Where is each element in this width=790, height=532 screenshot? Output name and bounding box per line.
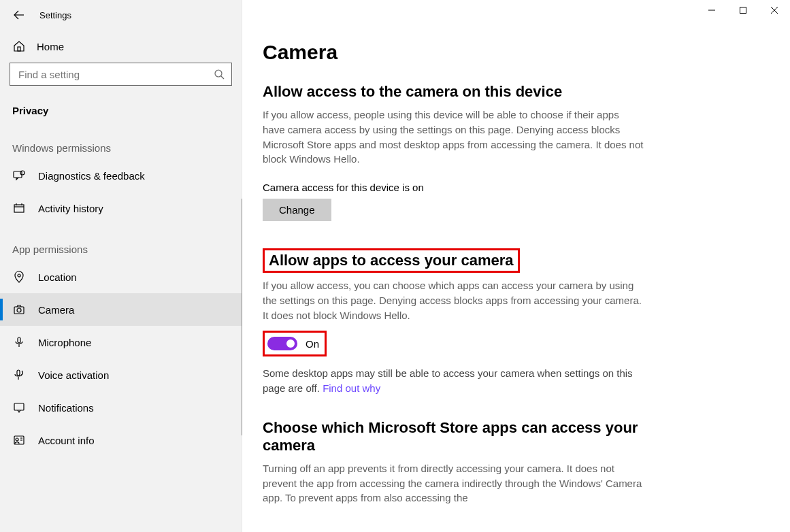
search-input[interactable]: [10, 69, 231, 80]
search-icon: [214, 69, 225, 80]
section1-heading: Allow access to the camera on this devic…: [263, 83, 644, 101]
section2-note: Some desktop apps may still be able to a…: [263, 366, 644, 396]
svg-rect-17: [18, 337, 20, 343]
svg-rect-1: [740, 7, 746, 14]
toggle-knob: [286, 339, 295, 348]
feedback-icon: [12, 169, 26, 182]
svg-point-14: [18, 274, 20, 277]
camera-icon: [12, 303, 26, 316]
category-title: Privacy: [0, 93, 242, 123]
page-title: Camera: [263, 41, 644, 64]
sidebar-item-voice[interactable]: Voice activation: [0, 359, 242, 391]
camera-access-status: Camera access for this device is on: [263, 182, 644, 193]
svg-rect-21: [14, 403, 24, 410]
section-label-app-permissions: App permissions: [0, 225, 242, 261]
sidebar-item-home[interactable]: Home: [0, 30, 242, 63]
scrollbar-track[interactable]: [242, 199, 242, 435]
search-box[interactable]: [10, 63, 232, 86]
home-label: Home: [37, 41, 64, 52]
sidebar-item-account[interactable]: Account info: [0, 424, 242, 456]
minimize-button[interactable]: [696, 0, 727, 20]
svg-line-7: [221, 76, 224, 79]
location-icon: [12, 270, 26, 284]
voice-icon: [12, 368, 26, 382]
svg-rect-5: [18, 47, 20, 51]
sidebar-item-notifications[interactable]: Notifications: [0, 391, 242, 424]
close-button[interactable]: [759, 0, 790, 20]
window-title: Settings: [39, 10, 71, 20]
sidebar-item-activity[interactable]: Activity history: [0, 192, 242, 225]
toggle-state-label: On: [306, 338, 319, 350]
maximize-button[interactable]: [727, 0, 759, 20]
section2-heading: Allow apps to access your camera: [269, 252, 514, 269]
section3-heading: Choose which Microsoft Store apps can ac…: [263, 419, 644, 454]
svg-point-6: [215, 70, 222, 77]
microphone-icon: [12, 335, 26, 349]
change-button[interactable]: Change: [263, 199, 331, 221]
sidebar-item-microphone[interactable]: Microphone: [0, 326, 242, 359]
allow-apps-toggle[interactable]: [267, 337, 297, 350]
sidebar-item-camera[interactable]: Camera: [0, 293, 242, 326]
section2-description: If you allow access, you can choose whic…: [263, 278, 644, 322]
sidebar-item-location[interactable]: Location: [0, 261, 242, 293]
highlight-section2-heading: Allow apps to access your camera: [263, 248, 520, 273]
find-out-why-link[interactable]: Find out why: [323, 382, 380, 394]
window-controls: [696, 0, 790, 20]
section3-description: Turning off an app prevents it from dire…: [263, 461, 644, 505]
history-icon: [12, 201, 26, 215]
section-label-windows-permissions: Windows permissions: [0, 123, 242, 159]
nav-label: Account info: [38, 435, 95, 446]
nav-label: Microphone: [38, 337, 91, 348]
nav-label: Voice activation: [38, 369, 109, 381]
sidebar-item-diagnostics[interactable]: Diagnostics & feedback: [0, 159, 242, 192]
back-button[interactable]: [12, 8, 26, 22]
svg-rect-19: [17, 370, 20, 376]
sidebar: Settings Home Privacy Windows permission…: [0, 0, 242, 532]
main-content: Camera Allow access to the camera on thi…: [263, 41, 644, 505]
home-icon: [12, 39, 26, 53]
svg-point-23: [16, 438, 18, 441]
note-text: Some desktop apps may still be able to a…: [263, 367, 633, 394]
svg-rect-10: [14, 205, 24, 212]
svg-point-9: [20, 171, 24, 175]
nav-label: Notifications: [38, 402, 94, 414]
notifications-icon: [12, 401, 26, 414]
highlight-section2-toggle: On: [263, 331, 327, 356]
svg-point-16: [17, 308, 21, 312]
nav-label: Camera: [38, 304, 74, 316]
nav-label: Diagnostics & feedback: [38, 170, 145, 182]
nav-label: Activity history: [38, 203, 103, 214]
nav-label: Location: [38, 271, 77, 283]
section1-description: If you allow access, people using this d…: [263, 107, 644, 167]
account-icon: [12, 433, 26, 447]
